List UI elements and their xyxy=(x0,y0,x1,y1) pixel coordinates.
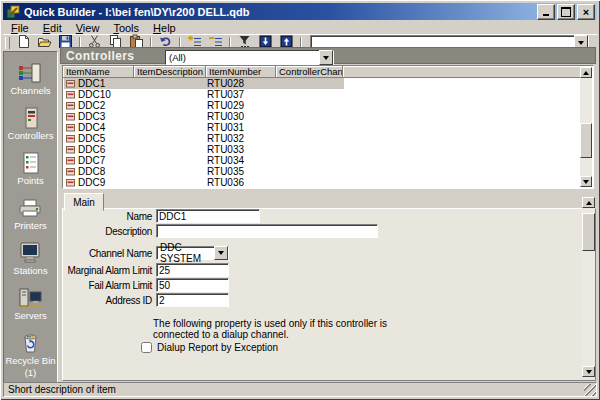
filter-dropdown-value: (All) xyxy=(166,52,319,63)
name-label: Name xyxy=(65,211,156,222)
table-row[interactable]: DDC8RTU035 xyxy=(64,166,344,177)
sidebar-item-points[interactable]: Points xyxy=(17,152,43,186)
table-row[interactable]: DDC4RTU031 xyxy=(64,122,344,133)
sidebar-item-controllers[interactable]: Controllers xyxy=(8,107,54,141)
points-icon xyxy=(18,152,44,174)
open-folder-icon xyxy=(37,34,52,53)
controller-row-icon xyxy=(66,178,75,187)
description-label: Description xyxy=(65,226,156,237)
list-header: ItemName ItemDescription ItemNumber Cont… xyxy=(63,66,581,78)
window-title: Quick Builder - I:\bei fen\DY\r200 DELL.… xyxy=(24,6,535,18)
stations-icon xyxy=(17,242,43,264)
table-row[interactable]: DDC3RTU030 xyxy=(64,111,344,122)
column-header-itemname[interactable]: ItemName xyxy=(63,66,134,78)
form-scrollbar[interactable] xyxy=(582,197,595,377)
minimize-button[interactable] xyxy=(537,4,555,20)
dialup-note: The following property is used only if t… xyxy=(153,318,387,340)
column-header-filler xyxy=(343,66,581,78)
fail-alarm-limit-label: Fail Alarm Limit xyxy=(65,280,156,291)
toolbar-grip[interactable] xyxy=(5,37,10,49)
table-row[interactable]: DDC10RTU037 xyxy=(64,89,344,100)
controller-row-icon xyxy=(66,123,75,132)
channels-icon xyxy=(17,62,43,84)
recycle-bin-count: (1) xyxy=(25,368,37,378)
menu-file[interactable]: File xyxy=(4,22,36,34)
column-header-itemnumber[interactable]: ItemNumber xyxy=(206,66,276,78)
open-button[interactable] xyxy=(34,35,55,52)
filter-dropdown[interactable]: (All) xyxy=(165,50,334,65)
status-text: Short description of item xyxy=(8,384,116,395)
controller-row-icon xyxy=(66,112,75,121)
table-row[interactable]: DDC9RTU036 xyxy=(64,177,344,188)
controllers-list: ItemName ItemDescription ItemNumber Cont… xyxy=(62,65,594,189)
new-file-icon xyxy=(16,34,31,53)
menubar: File Edit View Tools Help xyxy=(4,21,183,34)
fail-alarm-limit-field[interactable] xyxy=(156,278,229,292)
address-id-field[interactable] xyxy=(156,293,229,307)
tab-main[interactable]: Main xyxy=(64,193,104,211)
printers-icon xyxy=(17,197,43,219)
column-header-itemdescription[interactable]: ItemDescription xyxy=(134,66,206,78)
table-row[interactable]: DDC1RTU028 xyxy=(64,78,344,89)
scroll-down-button[interactable] xyxy=(580,176,592,187)
filter-dropdown-arrow[interactable] xyxy=(319,50,333,65)
close-button[interactable]: × xyxy=(577,4,595,20)
description-field[interactable] xyxy=(156,224,378,238)
sidebar-item-printers[interactable]: Printers xyxy=(14,197,47,231)
scroll-up-button[interactable] xyxy=(580,67,592,78)
titlebar: Quick Builder - I:\bei fen\DY\r200 DELL.… xyxy=(3,3,597,20)
column-header-controllerchannel[interactable]: ControllerChann... xyxy=(276,66,343,78)
controllers-header: Controllers (All) xyxy=(60,47,596,64)
controllers-icon xyxy=(18,107,44,129)
name-field[interactable] xyxy=(156,209,260,223)
scroll-down-button[interactable] xyxy=(582,366,595,377)
controller-row-icon xyxy=(66,90,75,99)
controller-row-icon xyxy=(66,79,75,88)
scrollbar-thumb[interactable] xyxy=(582,213,595,251)
table-row[interactable]: DDC2RTU029 xyxy=(64,100,344,111)
controller-row-icon xyxy=(66,101,75,110)
channel-name-label: Channel Name xyxy=(65,248,156,259)
new-button[interactable] xyxy=(13,35,34,52)
marginal-alarm-limit-field[interactable] xyxy=(156,263,229,277)
maximize-button[interactable] xyxy=(557,4,575,20)
table-row[interactable]: DDC6RTU033 xyxy=(64,144,344,155)
scroll-up-button[interactable] xyxy=(582,197,595,208)
table-row[interactable]: DDC5RTU032 xyxy=(64,133,344,144)
sidebar-item-servers[interactable]: Servers xyxy=(14,287,47,321)
statusbar: Short description of item xyxy=(3,382,597,397)
menu-tools[interactable]: Tools xyxy=(106,22,146,34)
channel-name-value: DDC SYSTEM xyxy=(157,242,214,264)
dialup-note-line1: The following property is used only if t… xyxy=(153,318,387,329)
list-scrollbar[interactable] xyxy=(580,67,592,187)
window-controls: × xyxy=(535,4,595,20)
recycle-bin-icon xyxy=(17,332,43,354)
address-id-label: Address ID xyxy=(65,295,156,306)
list-rows: DDC1RTU028 DDC10RTU037 DDC2RTU029 DDC3RT… xyxy=(64,78,580,187)
controller-row-icon xyxy=(66,134,75,143)
menu-help[interactable]: Help xyxy=(146,22,183,34)
controller-row-icon xyxy=(66,145,75,154)
sidebar-item-channels[interactable]: Channels xyxy=(10,62,50,96)
channel-name-dropdown[interactable]: DDC SYSTEM xyxy=(156,246,229,260)
channel-name-arrow[interactable] xyxy=(214,246,228,260)
servers-icon xyxy=(17,287,43,309)
controller-row-icon xyxy=(66,156,75,165)
resize-grip[interactable] xyxy=(584,384,596,396)
sidebar-item-recycle-bin[interactable]: Recycle Bin (1) xyxy=(5,332,55,378)
dialup-note-line2: connected to a dialup channel. xyxy=(153,329,387,340)
menu-view[interactable]: View xyxy=(69,22,107,34)
marginal-alarm-limit-label: Marginal Alarm Limit xyxy=(65,265,156,276)
app-icon xyxy=(6,5,20,19)
table-row[interactable]: DDC7RTU034 xyxy=(64,155,344,166)
sidebar-item-stations[interactable]: Stations xyxy=(13,242,47,276)
page-title: Controllers xyxy=(66,49,134,63)
dialup-report-label: Dialup Report by Exception xyxy=(157,342,278,353)
dialup-checkbox-row: Dialup Report by Exception xyxy=(141,341,278,353)
controller-row-icon xyxy=(66,167,75,176)
scrollbar-thumb[interactable] xyxy=(580,123,592,158)
menu-edit[interactable]: Edit xyxy=(36,22,69,34)
dialup-report-checkbox[interactable] xyxy=(141,342,152,353)
properties-panel: Main Name Description Channel Name DDC S… xyxy=(62,193,596,381)
sidebar: Channels Controllers Points Printers Sta… xyxy=(3,51,58,383)
